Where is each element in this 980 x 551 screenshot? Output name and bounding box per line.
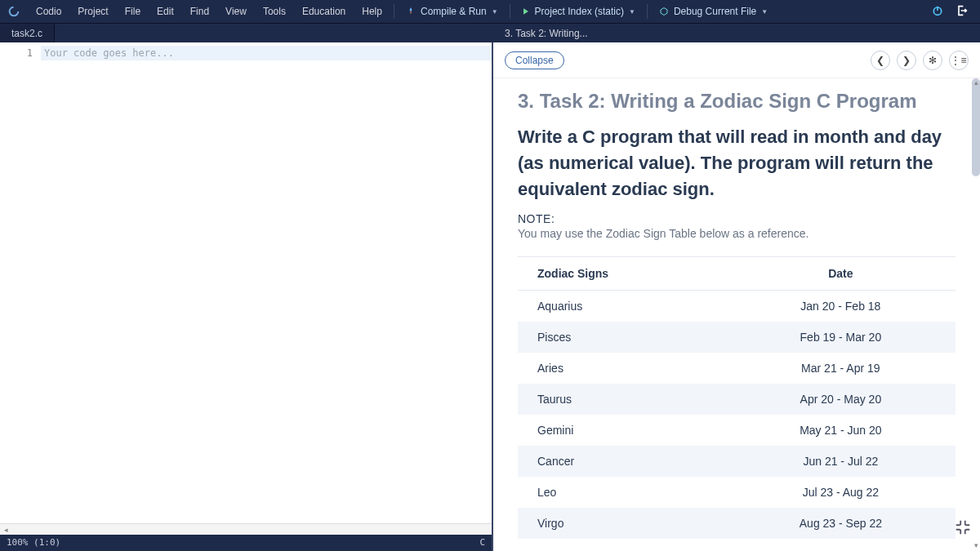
debug-action[interactable]: Debug Current File ▼	[651, 6, 776, 17]
separator	[394, 4, 394, 19]
cell-sign: Aries	[518, 353, 726, 384]
menu-find[interactable]: Find	[182, 6, 217, 17]
svg-point-0	[10, 7, 19, 16]
status-language: C	[479, 535, 485, 551]
menu-help[interactable]: Help	[354, 6, 390, 17]
cell-date: Feb 19 - Mar 20	[726, 322, 956, 353]
list-button[interactable]: ⋮≡	[949, 51, 969, 70]
guide-content[interactable]: 3. Task 2: Writing a Zodiac Sign C Progr…	[493, 78, 980, 551]
chevron-down-icon: ▼	[761, 8, 768, 16]
cell-sign: Taurus	[518, 384, 726, 415]
prev-page-button[interactable]: ❮	[871, 51, 890, 70]
menu-education[interactable]: Education	[294, 6, 354, 17]
cell-date: May 21 - Jun 20	[726, 415, 956, 446]
cell-date: Apr 20 - May 20	[726, 384, 956, 415]
project-index-action[interactable]: Project Index (static) ▼	[514, 6, 644, 17]
line-gutter: 1	[0, 42, 41, 523]
tabbar: task2.c 3. Task 2: Writing...	[0, 23, 980, 42]
fullscreen-button[interactable]	[954, 518, 972, 536]
separator	[510, 4, 510, 19]
cell-date: Aug 23 - Sep 22	[726, 508, 956, 539]
editor-pane: 1 Your code goes here... ◂ 100% (1:0) C	[0, 42, 493, 551]
cell-sign: Gemini	[518, 415, 726, 446]
project-index-label: Project Index (static)	[535, 6, 624, 17]
menu-file[interactable]: File	[117, 6, 149, 17]
guide-instruction: Write a C program that will read in mont…	[518, 124, 956, 202]
debug-icon	[659, 7, 669, 16]
app-logo	[0, 5, 28, 18]
cell-sign: Pisces	[518, 322, 726, 353]
menu-codio[interactable]: Codio	[28, 6, 69, 17]
code-placeholder: Your code goes here...	[41, 46, 492, 60]
cell-sign: Leo	[518, 477, 726, 508]
cell-sign: Virgo	[518, 508, 726, 539]
guide-toolbar: Collapse ❮ ❯ ✻ ⋮≡	[493, 42, 980, 78]
table-row: VirgoAug 23 - Sep 22	[518, 508, 956, 539]
debug-label: Debug Current File	[674, 6, 756, 17]
chevron-left-icon: ❮	[876, 55, 884, 66]
compile-run-label: Compile & Run	[421, 6, 487, 17]
editor-statusbar: 100% (1:0) C	[0, 535, 492, 551]
col-header-sign: Zodiac Signs	[518, 256, 726, 290]
power-icon[interactable]	[931, 4, 944, 20]
menu-edit[interactable]: Edit	[149, 6, 182, 17]
guide-pane: Collapse ❮ ❯ ✻ ⋮≡ 3. Task 2: Writing a Z…	[493, 42, 980, 551]
chevron-down-icon: ▼	[492, 8, 498, 16]
scroll-up-icon[interactable]: ▴	[974, 78, 978, 87]
chevron-right-icon: ❯	[902, 55, 911, 66]
scroll-down-icon[interactable]: ▾	[974, 541, 978, 549]
cell-date: Jun 21 - Jul 22	[726, 446, 956, 477]
collapse-button[interactable]: Collapse	[505, 51, 564, 69]
guide-tab[interactable]: 3. Task 2: Writing...	[493, 24, 599, 42]
cell-date: Jul 23 - Aug 22	[726, 477, 956, 508]
horizontal-scrollbar[interactable]: ◂	[0, 523, 492, 535]
status-position: 100% (1:0)	[7, 535, 60, 551]
cell-date: Jan 20 - Feb 18	[726, 290, 956, 322]
note-text: You may use the Zodiac Sign Table below …	[518, 227, 956, 240]
table-row: AriesMar 21 - Apr 19	[518, 353, 956, 384]
table-row: AquariusJan 20 - Feb 18	[518, 290, 956, 322]
col-header-date: Date	[726, 256, 956, 290]
separator	[647, 4, 648, 19]
table-row: GeminiMay 21 - Jun 20	[518, 415, 956, 446]
table-row: CancerJun 21 - Jul 22	[518, 446, 956, 477]
code-editor[interactable]: 1 Your code goes here...	[0, 42, 492, 523]
vertical-scrollbar[interactable]	[972, 78, 980, 176]
menubar: Codio Project File Edit Find View Tools …	[0, 0, 980, 23]
scroll-left-icon[interactable]: ◂	[0, 526, 11, 534]
play-icon	[522, 7, 530, 16]
menu-view[interactable]: View	[217, 6, 255, 17]
compress-icon	[954, 518, 972, 536]
compile-run-action[interactable]: Compile & Run ▼	[398, 6, 506, 17]
editor-tab[interactable]: task2.c	[0, 24, 55, 42]
gear-icon: ✻	[929, 55, 937, 66]
menu-project[interactable]: Project	[69, 6, 116, 17]
rocket-icon	[406, 7, 416, 16]
zodiac-table: Zodiac Signs Date AquariusJan 20 - Feb 1…	[518, 256, 956, 539]
menu-tools[interactable]: Tools	[255, 6, 294, 17]
cell-sign: Cancer	[518, 446, 726, 477]
line-number: 1	[0, 46, 33, 60]
cell-date: Mar 21 - Apr 19	[726, 353, 956, 384]
settings-button[interactable]: ✻	[923, 51, 942, 70]
table-row: TaurusApr 20 - May 20	[518, 384, 956, 415]
chevron-down-icon: ▼	[629, 8, 635, 16]
cell-sign: Aquarius	[518, 290, 726, 322]
logout-icon[interactable]	[956, 4, 969, 20]
next-page-button[interactable]: ❯	[897, 51, 916, 70]
list-icon: ⋮≡	[951, 55, 966, 66]
table-row: LeoJul 23 - Aug 22	[518, 477, 956, 508]
guide-title: 3. Task 2: Writing a Zodiac Sign C Progr…	[518, 90, 956, 113]
table-row: PiscesFeb 19 - Mar 20	[518, 322, 956, 353]
note-label: NOTE:	[518, 212, 956, 225]
